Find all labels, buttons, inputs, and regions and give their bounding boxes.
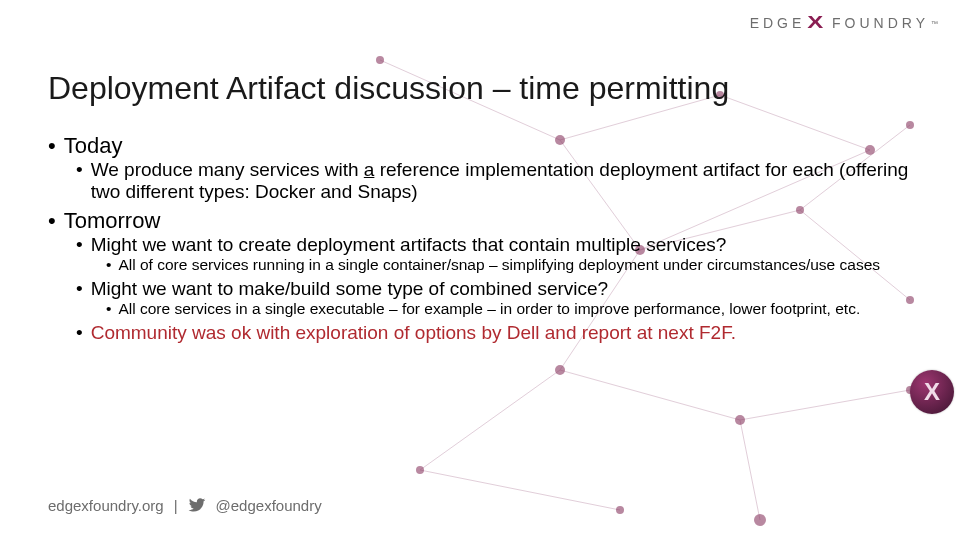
footer-divider: |: [174, 497, 178, 514]
footer-handle: @edgexfoundry: [216, 497, 322, 514]
bullet-community-note: Community was ok with exploration of opt…: [91, 322, 736, 344]
bullet-today: Today: [64, 133, 123, 159]
slide-content: Deployment Artifact discussion – time pe…: [0, 0, 960, 540]
footer-url: edgexfoundry.org: [48, 497, 164, 514]
bullet-list: Today We produce many services with a re…: [48, 133, 912, 344]
twitter-icon: [188, 496, 206, 514]
bullet-single-container: All of core services running in a single…: [118, 256, 880, 275]
bullet-single-executable: All core services in a single executable…: [118, 300, 860, 319]
slide-title: Deployment Artifact discussion – time pe…: [48, 70, 912, 107]
x-badge-icon: X: [910, 370, 954, 414]
bullet-tomorrow: Tomorrow: [64, 208, 161, 234]
slide-footer: edgexfoundry.org | @edgexfoundry: [48, 496, 322, 514]
bullet-multiple-services: Might we want to create deployment artif…: [91, 234, 727, 256]
bullet-today-item: We produce many services with a referenc…: [91, 159, 912, 204]
bullet-combined-service: Might we want to make/build some type of…: [91, 278, 608, 300]
